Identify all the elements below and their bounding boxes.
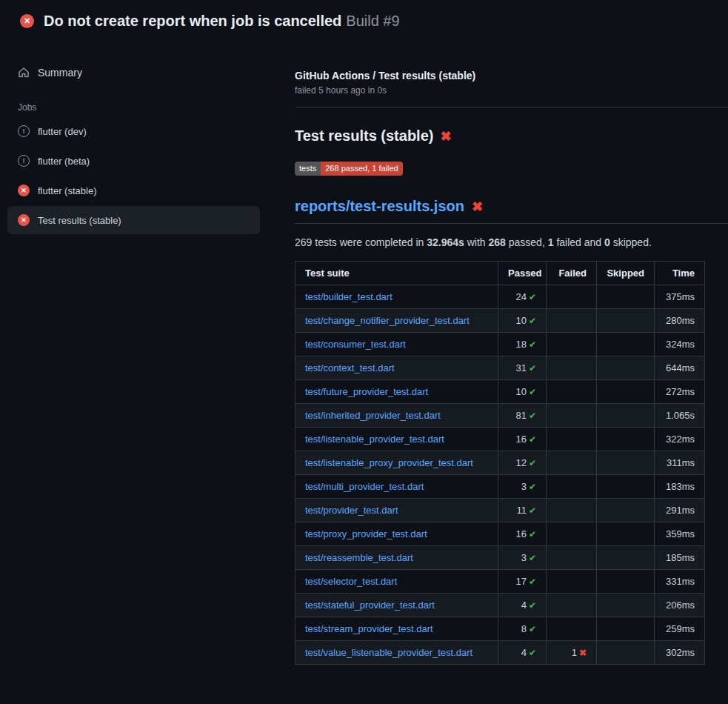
failed-cell xyxy=(547,475,597,499)
skipped-cell xyxy=(597,356,655,380)
status-line: failed 5 hours ago in 0s xyxy=(295,85,728,96)
time-cell: 1.065s xyxy=(655,404,705,428)
time-cell: 183ms xyxy=(655,475,705,499)
count-value: 16 xyxy=(515,528,526,539)
time-cell: 272ms xyxy=(655,380,705,404)
failed-cell xyxy=(547,333,597,356)
cross-mark-icon: ✖ xyxy=(472,200,483,213)
suite-link[interactable]: test/reassemble_test.dart xyxy=(305,552,413,563)
skipped-cell xyxy=(597,570,655,594)
time-cell: 644ms xyxy=(655,356,705,380)
col-header-failed: Failed xyxy=(547,262,597,285)
failed-status-icon: ✕ xyxy=(20,14,34,28)
suite-link[interactable]: test/value_listenable_provider_test.dart xyxy=(305,647,472,658)
cancelled-status-icon: ! xyxy=(18,155,30,167)
check-icon: ✔ xyxy=(529,363,536,373)
table-row: test/multi_provider_test.dart 3✔ 183ms xyxy=(295,475,705,499)
passed-cell: 3✔ xyxy=(498,546,547,570)
suite-link[interactable]: test/selector_test.dart xyxy=(305,576,397,587)
sidebar-job-item[interactable]: ! flutter (beta) xyxy=(7,147,260,175)
build-number: Build #9 xyxy=(346,13,399,29)
passed-cell: 10✔ xyxy=(498,380,547,404)
failed-cell xyxy=(547,380,597,404)
badge-label: tests xyxy=(295,162,321,176)
sidebar-job-item[interactable]: ✕ Test results (stable) xyxy=(7,206,260,234)
suite-link[interactable]: test/consumer_test.dart xyxy=(305,339,406,350)
job-label: flutter (dev) xyxy=(38,126,87,137)
count-value: 3 xyxy=(521,481,527,492)
passed-cell: 16✔ xyxy=(498,522,547,546)
suite-link[interactable]: test/context_test.dart xyxy=(305,362,395,373)
job-label: Test results (stable) xyxy=(38,215,121,226)
passed-cell: 16✔ xyxy=(498,428,547,451)
sidebar-job-item[interactable]: ✕ flutter (stable) xyxy=(7,176,260,205)
summary-prefix: 269 tests were completed in xyxy=(295,236,427,248)
table-header-row: Test suite Passed Failed Skipped Time xyxy=(295,262,705,285)
table-row: test/listenable_proxy_provider_test.dart… xyxy=(295,451,705,475)
failed-cell xyxy=(547,404,597,428)
table-row: test/future_provider_test.dart 10✔ 272ms xyxy=(295,380,705,404)
skipped-cell xyxy=(597,499,655,522)
failed-cell xyxy=(547,451,597,475)
check-run-header: ✕ Do not create report when job is cance… xyxy=(0,0,728,41)
time-cell: 322ms xyxy=(655,428,705,451)
table-row: test/value_listenable_provider_test.dart… xyxy=(295,641,705,665)
table-row: test/context_test.dart 31✔ 644ms xyxy=(295,356,705,380)
report-link[interactable]: reports/test-results.json xyxy=(295,198,464,215)
suite-link[interactable]: test/provider_test.dart xyxy=(305,505,398,516)
check-icon: ✔ xyxy=(529,458,536,468)
sidebar-item-summary[interactable]: Summary xyxy=(7,61,260,84)
skipped-cell xyxy=(597,285,655,309)
failed-cell xyxy=(547,522,597,546)
check-icon: ✔ xyxy=(529,600,536,611)
passed-cell: 11✔ xyxy=(498,499,547,522)
check-icon: ✔ xyxy=(529,316,536,326)
suite-link[interactable]: test/listenable_provider_test.dart xyxy=(305,434,444,445)
passed-cell: 8✔ xyxy=(498,617,547,641)
check-icon: ✔ xyxy=(529,292,536,302)
suite-link[interactable]: test/inherited_provider_test.dart xyxy=(305,410,441,421)
failed-status-icon: ✕ xyxy=(18,214,30,226)
col-header-passed: Passed xyxy=(498,262,547,285)
suite-link[interactable]: test/stateful_provider_test.dart xyxy=(305,600,435,611)
passed-cell: 3✔ xyxy=(498,475,547,499)
sidebar: Summary Jobs ! flutter (dev) ! flutter (… xyxy=(0,41,273,236)
failed-cell xyxy=(547,617,597,641)
col-header-test-suite: Test suite xyxy=(295,262,498,285)
count-value: 3 xyxy=(521,552,527,563)
breadcrumb: GitHub Actions / Test results (stable) xyxy=(295,70,728,82)
skipped-cell xyxy=(597,428,655,451)
suite-link[interactable]: test/multi_provider_test.dart xyxy=(305,481,424,492)
cancelled-status-icon: ! xyxy=(18,125,30,137)
suite-link[interactable]: test/future_provider_test.dart xyxy=(305,386,428,397)
skipped-cell xyxy=(597,594,655,617)
count-value: 1 xyxy=(572,647,577,658)
sidebar-job-item[interactable]: ! flutter (dev) xyxy=(7,117,260,145)
suite-link[interactable]: test/change_notifier_provider_test.dart xyxy=(305,315,470,326)
divider xyxy=(295,107,728,107)
skipped-cell xyxy=(597,617,655,641)
count-value: 12 xyxy=(515,457,526,468)
check-icon: ✔ xyxy=(529,339,536,350)
check-icon: ✔ xyxy=(529,529,536,539)
page-title: Do not create report when job is cancell… xyxy=(44,13,400,30)
passed-cell: 4✔ xyxy=(498,594,547,617)
check-icon: ✔ xyxy=(529,387,536,397)
summary-mid3: failed and xyxy=(554,236,605,248)
suite-link[interactable]: test/builder_test.dart xyxy=(305,291,393,302)
check-run-title: Do not create report when job is cancell… xyxy=(44,13,341,29)
suite-link[interactable]: test/stream_provider_test.dart xyxy=(305,623,433,634)
time-cell: 280ms xyxy=(655,309,705,333)
passed-cell: 4✔ xyxy=(498,641,547,665)
count-value: 10 xyxy=(515,386,526,397)
suite-link[interactable]: test/proxy_provider_test.dart xyxy=(305,528,427,539)
time-cell: 359ms xyxy=(655,522,705,546)
home-icon xyxy=(18,67,30,79)
section-title: Test results (stable) ✖ xyxy=(295,127,728,145)
tests-badge: tests268 passed, 1 failed xyxy=(295,162,403,176)
passed-cell: 31✔ xyxy=(498,356,547,380)
cross-mark-icon: ✖ xyxy=(440,130,451,143)
check-icon: ✔ xyxy=(529,411,536,421)
suite-link[interactable]: test/listenable_proxy_provider_test.dart xyxy=(305,457,473,468)
summary-passed-count: 268 xyxy=(489,236,506,248)
